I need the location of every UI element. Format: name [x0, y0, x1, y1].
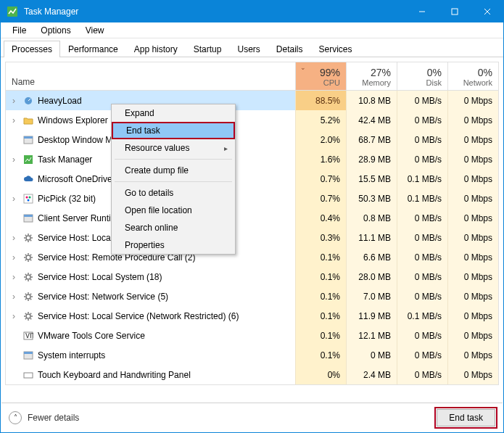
tab-details[interactable]: Details — [268, 41, 311, 57]
tab-services[interactable]: Services — [311, 41, 360, 57]
svg-line-23 — [25, 239, 26, 240]
cpu-cell: 0.1% — [295, 306, 346, 326]
fewer-details-button[interactable]: ˄ Fewer details — [9, 411, 79, 424]
process-row[interactable]: vmVMware Tools Core Service0.1%12.1 MB0 … — [6, 326, 498, 345]
tab-users[interactable]: Users — [229, 41, 268, 57]
menu-item-open-file-location[interactable]: Open file location — [112, 202, 235, 219]
process-row[interactable]: ›Windows Explorer5.2%42.4 MB0 MB/s0 Mbps — [6, 110, 498, 130]
network-cell: 0 Mbps — [447, 208, 498, 228]
disk-cell: 0 MB/s — [397, 130, 447, 149]
expand-toggle[interactable]: › — [6, 292, 22, 302]
menu-separator — [115, 181, 232, 182]
tab-app-history[interactable]: App history — [126, 41, 186, 57]
process-row[interactable]: ›Service Host: Local System (18)0.1%28.0… — [6, 267, 498, 286]
svg-line-59 — [25, 318, 26, 318]
process-row[interactable]: ›Service Host: Network Service (5)0.1%7.… — [6, 286, 498, 306]
expand-toggle[interactable]: › — [6, 311, 22, 321]
gear-icon — [22, 232, 35, 244]
memory-cell: 0 MB — [346, 345, 397, 365]
expand-toggle[interactable]: › — [6, 96, 22, 106]
svg-line-22 — [30, 234, 31, 235]
expand-toggle[interactable]: › — [6, 233, 22, 243]
cpu-cell: 0.1% — [295, 326, 346, 345]
titlebar[interactable]: Task Manager — [1, 1, 503, 22]
process-row[interactable]: ›Service Host: Remote Procedure Call (2)… — [6, 247, 498, 267]
menu-item-end-task[interactable]: End task — [112, 122, 235, 139]
tab-performance[interactable]: Performance — [60, 41, 126, 57]
svg-point-51 — [26, 314, 30, 318]
menu-item-search-online[interactable]: Search online — [112, 219, 235, 236]
menu-options[interactable]: Options — [33, 24, 78, 37]
picpick-icon — [22, 193, 35, 205]
process-row[interactable]: Touch Keyboard and Handwriting Panel0%2.… — [6, 365, 498, 384]
memory-cell: 50.3 MB — [346, 189, 397, 208]
memory-cell: 15.5 MB — [346, 169, 397, 189]
network-cell: 0 Mbps — [447, 149, 498, 169]
menu-item-create-dump-file[interactable]: Create dump file — [112, 162, 235, 179]
sort-indicator-icon: ⌄ — [300, 64, 306, 71]
memory-cell: 11.1 MB — [346, 228, 397, 247]
expand-toggle[interactable]: › — [6, 272, 22, 282]
process-list: ›HeavyLoad88.5%10.8 MB0 MB/s0 Mbps›Windo… — [5, 91, 499, 385]
memory-cell: 68.7 MB — [346, 130, 397, 149]
menu-view[interactable]: View — [78, 24, 112, 37]
process-name: Service Host: Network Service (5) — [35, 292, 295, 302]
svg-rect-63 — [24, 352, 33, 354]
process-row[interactable]: Microsoft OneDrive0.7%15.5 MB0.1 MB/s0 M… — [6, 169, 498, 189]
tab-processes[interactable]: Processes — [4, 41, 60, 57]
gear-icon — [22, 271, 35, 283]
disk-cell: 0 MB/s — [397, 91, 447, 110]
memory-cell: 28.9 MB — [346, 149, 397, 169]
svg-point-33 — [26, 275, 30, 279]
window-icon — [22, 350, 35, 361]
expand-toggle[interactable]: › — [6, 194, 22, 204]
process-name: Service Host: Local System (18) — [35, 272, 295, 282]
expand-toggle[interactable]: › — [6, 252, 22, 263]
menu-item-resource-values[interactable]: Resource values▸ — [112, 139, 235, 157]
column-network[interactable]: 0% Network — [447, 62, 498, 90]
menu-item-go-to-details[interactable]: Go to details — [112, 184, 235, 202]
expand-toggle[interactable]: › — [6, 115, 22, 125]
end-task-button[interactable]: End task — [437, 409, 495, 426]
svg-line-50 — [25, 298, 26, 299]
process-row[interactable]: ›HeavyLoad88.5%10.8 MB0 MB/s0 Mbps — [6, 91, 498, 110]
network-cell: 0 Mbps — [447, 189, 498, 208]
svg-line-21 — [30, 239, 31, 240]
process-row[interactable]: ›PicPick (32 bit)0.7%50.3 MB0.1 MB/s0 Mb… — [6, 189, 498, 208]
fewer-details-label: Fewer details — [28, 413, 79, 423]
column-cpu[interactable]: ⌄ 99% CPU — [295, 62, 346, 90]
column-memory[interactable]: 27% Memory — [346, 62, 397, 90]
process-row[interactable]: System interrupts0.1%0 MB0 MB/s0 Mbps — [6, 345, 498, 365]
tab-startup[interactable]: Startup — [186, 41, 230, 57]
memory-cell: 42.4 MB — [346, 110, 397, 130]
menu-file[interactable]: File — [5, 24, 33, 37]
process-row[interactable]: ›Service Host: Local Service (No Network… — [6, 228, 498, 247]
close-button[interactable] — [471, 1, 503, 22]
menubar: FileOptionsView — [1, 22, 503, 38]
process-row[interactable]: Client Server Runtime Process0.4%0.8 MB0… — [6, 208, 498, 228]
menu-item-properties[interactable]: Properties — [112, 236, 235, 254]
svg-line-41 — [25, 279, 26, 279]
svg-line-32 — [25, 259, 26, 260]
maximize-button[interactable] — [438, 1, 471, 22]
svg-point-15 — [26, 236, 30, 240]
network-cell: 0 Mbps — [447, 228, 498, 247]
process-row[interactable]: Desktop Window Manager2.0%68.7 MB0 MB/s0… — [6, 130, 498, 149]
tm-icon — [22, 154, 35, 165]
cpu-cell: 0.1% — [295, 247, 346, 267]
expand-toggle[interactable]: › — [6, 154, 22, 165]
folder-icon — [22, 115, 35, 126]
svg-line-30 — [30, 259, 31, 260]
memory-cell: 28.0 MB — [346, 267, 397, 286]
network-cell: 0 Mbps — [447, 365, 498, 384]
column-name[interactable]: Name — [6, 62, 295, 90]
column-disk[interactable]: 0% Disk — [397, 62, 447, 90]
minimize-button[interactable] — [405, 1, 438, 22]
process-row[interactable]: ›Service Host: Local Service (Network Re… — [6, 306, 498, 326]
menu-item-expand[interactable]: Expand — [112, 104, 235, 122]
cpu-cell: 0% — [295, 365, 346, 384]
process-row[interactable]: ›Task Manager1.6%28.9 MB0 MB/s0 Mbps — [6, 149, 498, 169]
process-name: VMware Tools Core Service — [35, 331, 295, 341]
cpu-cell: 2.0% — [295, 130, 346, 149]
process-name: System interrupts — [35, 350, 295, 360]
